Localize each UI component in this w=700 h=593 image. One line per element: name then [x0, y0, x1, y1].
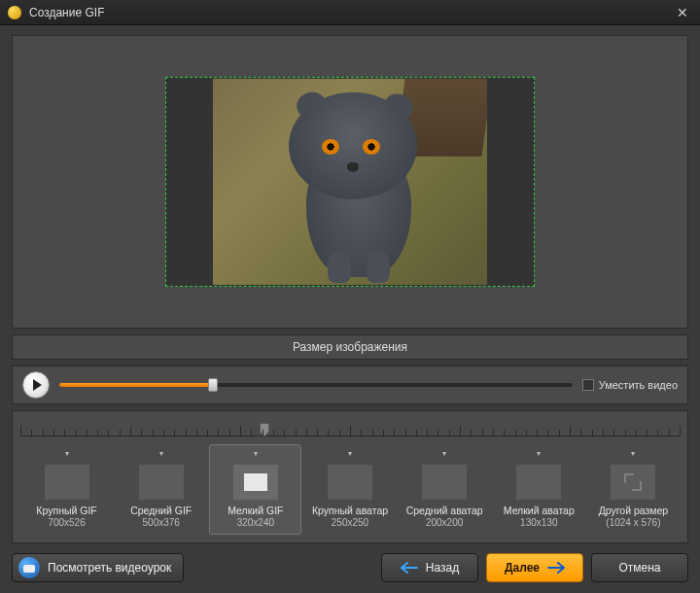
size-presets-panel: ▾Крупный GIF700x526▾Средний GIF500x376▾М… [12, 410, 688, 543]
camera-icon [18, 557, 40, 578]
preset-label: Мелкий аватар [496, 506, 582, 517]
preset-list: ▾Крупный GIF700x526▾Средний GIF500x376▾М… [20, 444, 680, 535]
preset-dimensions: 130x130 [496, 517, 582, 528]
checkbox-icon [582, 379, 594, 391]
size-ruler[interactable] [20, 419, 680, 436]
chevron-down-icon: ▾ [402, 449, 488, 461]
chevron-down-icon: ▾ [23, 449, 110, 461]
preset-thumb [139, 465, 184, 500]
preset-4[interactable]: ▾Средний аватар200x200 [399, 444, 491, 535]
footer: Посмотреть видеоурок Назад Далее Отмена [0, 543, 700, 592]
titlebar: Создание GIF ✕ [0, 0, 700, 25]
preset-3[interactable]: ▾Крупный аватар250x250 [303, 444, 396, 535]
preset-5[interactable]: ▾Мелкий аватар130x130 [493, 444, 585, 535]
preset-2[interactable]: ▾Мелкий GIF320x240 [209, 444, 301, 535]
preset-thumb [422, 465, 467, 500]
preview-area [12, 35, 688, 329]
preset-thumb [233, 465, 278, 500]
preset-6[interactable]: ▾Другой размер(1024 x 576) [587, 444, 680, 535]
preset-label: Крупный аватар [306, 506, 393, 517]
chevron-down-icon: ▾ [212, 449, 298, 461]
app-icon [8, 6, 21, 19]
preset-label: Мелкий GIF [212, 506, 298, 517]
preset-thumb [45, 465, 89, 500]
arrow-left-icon [401, 562, 418, 574]
cancel-label: Отмена [618, 561, 660, 575]
crop-frame[interactable] [165, 77, 535, 287]
preset-1[interactable]: ▾Средний GIF500x376 [115, 444, 207, 535]
close-icon[interactable]: ✕ [673, 5, 692, 20]
watch-tutorial-button[interactable]: Посмотреть видеоурок [12, 553, 184, 582]
preset-label: Другой размер [590, 506, 677, 517]
preview-image [213, 79, 487, 285]
preset-dimensions: 700x526 [23, 517, 110, 528]
cancel-button[interactable]: Отмена [591, 553, 688, 582]
preset-0[interactable]: ▾Крупный GIF700x526 [20, 444, 113, 535]
window-title: Создание GIF [29, 6, 673, 19]
back-button[interactable]: Назад [381, 553, 478, 582]
play-button[interactable] [22, 371, 50, 399]
watch-tutorial-label: Посмотреть видеоурок [48, 561, 171, 575]
ruler-marker-icon[interactable] [260, 423, 269, 436]
preset-label: Крупный GIF [23, 506, 110, 517]
chevron-down-icon: ▾ [306, 449, 393, 461]
preset-thumb [516, 465, 561, 500]
preset-label: Средний GIF [118, 506, 204, 517]
preset-thumb [611, 465, 655, 500]
preset-dimensions: 320x240 [212, 517, 298, 528]
chevron-down-icon: ▾ [496, 449, 582, 461]
next-label: Далее [505, 561, 540, 575]
fit-video-label: Уместить видео [599, 379, 678, 391]
next-button[interactable]: Далее [486, 553, 583, 582]
fit-video-checkbox[interactable]: Уместить видео [582, 379, 678, 391]
playback-row: Уместить видео [12, 366, 688, 404]
preset-dimensions: (1024 x 576) [590, 517, 677, 528]
preset-dimensions: 250x250 [306, 517, 393, 528]
play-icon [33, 379, 42, 391]
expand-icon [624, 473, 642, 491]
seek-slider[interactable] [59, 383, 573, 387]
back-label: Назад [426, 561, 459, 575]
preset-thumb [328, 465, 372, 500]
section-label: Размер изображения [12, 334, 688, 360]
arrow-right-icon [547, 562, 565, 574]
preset-dimensions: 500x376 [118, 517, 204, 528]
preset-dimensions: 200x200 [402, 517, 488, 528]
chevron-down-icon: ▾ [590, 449, 677, 461]
chevron-down-icon: ▾ [118, 449, 204, 461]
preset-label: Средний аватар [402, 506, 488, 517]
